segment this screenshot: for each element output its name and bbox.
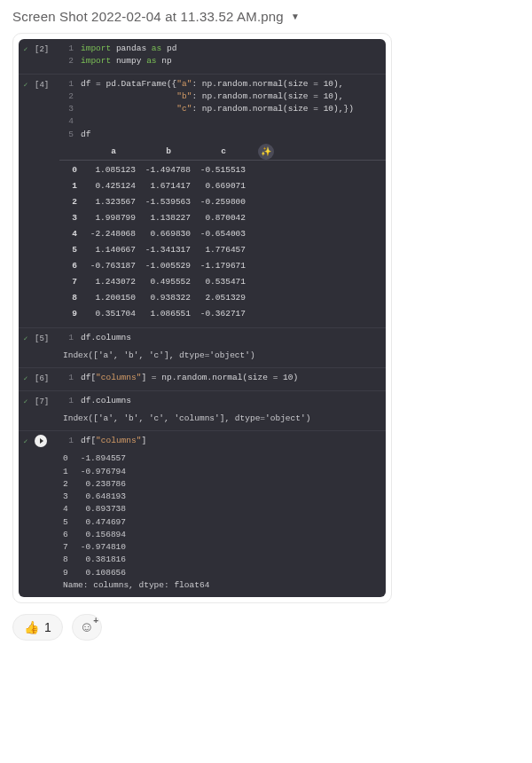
series-row: 8 0.381816 [63, 554, 377, 566]
row-index: 2 [59, 196, 86, 208]
check-icon: ✓ [24, 437, 28, 445]
cell-value: -0.259800 [196, 196, 251, 208]
cell-value: 0.535471 [196, 276, 251, 288]
cell-value: 1.776457 [196, 244, 251, 256]
run-cell-button[interactable] [35, 435, 47, 447]
attachment-header[interactable]: Screen Shot 2022-02-04 at 11.33.52 AM.pn… [12, 9, 520, 24]
code-line: 5df [63, 129, 377, 141]
table-row: 81.2001500.9383222.051329 [59, 290, 386, 306]
line-number: 2 [63, 90, 74, 103]
row-index: 0 [59, 164, 86, 177]
series-value: -0.976794 [81, 466, 126, 478]
cell-value: 1.671417 [141, 180, 196, 193]
series-value: 0.156894 [81, 529, 126, 541]
cell-value: 1.086551 [141, 308, 196, 320]
notebook-cell: ✓[6]1df["columns"] = np.random.normal(si… [19, 367, 386, 389]
cell-value: 1.323567 [86, 196, 141, 208]
cell-value: -1.539563 [141, 196, 196, 208]
code-area: 1df["columns"] [63, 435, 386, 447]
code-line: 1df = pd.DataFrame({"a": np.random.norma… [63, 78, 377, 90]
table-row: 21.323567-1.539563-0.259800 [59, 194, 386, 210]
code-text: import pandas as pd [81, 43, 176, 55]
row-index: 8 [59, 292, 86, 304]
row-index: 5 [59, 244, 86, 256]
series-row: 4 0.893738 [63, 503, 377, 515]
code-text: df.columns [81, 332, 131, 344]
screenshot-preview[interactable]: ✓[2]1import pandas as pd2import numpy as… [12, 33, 392, 603]
series-row: 7-0.974810 [63, 541, 377, 554]
reaction-bar: 👍 1 ☺+ [12, 614, 520, 641]
cell-value: 0.870042 [196, 212, 251, 224]
cell-value: 1.998799 [86, 212, 141, 224]
dataframe-output: abc✨01.085123-1.494788-0.51551310.425124… [59, 145, 386, 322]
notebook-content: ✓[2]1import pandas as pd2import numpy as… [19, 39, 386, 597]
series-index: 1 [63, 466, 68, 478]
notebook-cell: ✓[7]1df.columnsIndex(['a', 'b', 'c', 'co… [19, 390, 386, 431]
check-icon: ✓ [24, 81, 28, 89]
text-output: Index(['a', 'b', 'c'], dtype='object') [63, 344, 386, 362]
table-row: 31.9987991.1382270.870042 [59, 210, 386, 226]
code-line: 1df.columns [63, 332, 377, 344]
cell-value: -0.362717 [196, 308, 251, 320]
series-index: 5 [63, 516, 68, 529]
line-number: 3 [63, 103, 74, 115]
column-header: c [196, 146, 251, 158]
table-row: 10.4251241.6714170.669071 [59, 178, 386, 194]
line-number: 1 [63, 43, 74, 55]
code-line: 1import pandas as pd [63, 43, 377, 55]
series-index: 7 [63, 541, 68, 554]
line-number: 1 [63, 332, 74, 344]
series-value: 0.108656 [81, 567, 126, 579]
code-line: 2 "b": np.random.normal(size = 10), [63, 90, 377, 103]
add-reaction-icon: ☺+ [80, 619, 94, 635]
notebook-cell: ✓[5]1df.columnsIndex(['a', 'b', 'c'], dt… [19, 327, 386, 368]
cell-value: 2.051329 [196, 292, 251, 304]
execution-count: [5] [35, 334, 49, 346]
series-index: 4 [63, 503, 68, 515]
chevron-down-icon[interactable]: ▼ [291, 12, 300, 21]
reaction-thumbs-up[interactable]: 👍 1 [12, 614, 63, 641]
cell-value: -2.248068 [86, 228, 141, 240]
cell-value: -1.494788 [141, 164, 196, 177]
cell-gutter: ✓ [20, 374, 31, 384]
series-value: 0.238786 [81, 478, 126, 491]
series-row: 6 0.156894 [63, 529, 377, 541]
cell-gutter: ✓ [20, 44, 31, 55]
code-line: 4 [63, 115, 377, 128]
execution-count: [2] [35, 44, 49, 57]
table-row: 51.140667-1.3413171.776457 [59, 242, 386, 258]
code-line: 2import numpy as np [63, 55, 377, 67]
series-row: 3 0.648193 [63, 491, 377, 503]
add-reaction-button[interactable]: ☺+ [72, 614, 102, 641]
code-text: "c": np.random.normal(size = 10),}) [81, 103, 354, 115]
code-text: "b": np.random.normal(size = 10), [81, 90, 343, 103]
row-index: 3 [59, 212, 86, 224]
series-value: 0.381816 [81, 554, 126, 566]
code-area: 1df = pd.DataFrame({"a": np.random.norma… [63, 78, 386, 141]
cell-value: 1.138227 [141, 212, 196, 224]
series-index: 0 [63, 452, 68, 465]
check-icon: ✓ [24, 397, 28, 405]
series-index: 3 [63, 491, 68, 503]
table-row: 4-2.2480680.669830-0.654003 [59, 226, 386, 242]
check-icon: ✓ [24, 334, 28, 342]
cell-value: -0.654003 [196, 228, 251, 240]
reaction-count: 1 [44, 620, 51, 634]
series-index: 6 [63, 529, 68, 541]
series-index: 9 [63, 567, 68, 579]
code-text: import numpy as np [81, 55, 172, 67]
line-number: 5 [63, 129, 74, 141]
cell-value: 1.243072 [86, 276, 141, 288]
code-area: 1df.columns [63, 395, 386, 407]
magic-wand-icon[interactable]: ✨ [258, 144, 274, 160]
line-number: 2 [63, 55, 74, 67]
series-index: 2 [63, 478, 68, 491]
table-row: 6-0.763187-1.005529-1.179671 [59, 258, 386, 274]
code-text: df = pd.DataFrame({"a": np.random.normal… [81, 78, 343, 90]
column-header: b [141, 146, 196, 158]
cell-gutter: ✓ [20, 334, 31, 344]
code-text: df [81, 129, 90, 141]
notebook-cell: ✓1df["columns"]0-1.8945571-0.9767942 0.2… [19, 430, 386, 597]
cell-gutter: ✓ [20, 80, 31, 90]
code-area: 1df["columns"] = np.random.normal(size =… [63, 372, 386, 384]
